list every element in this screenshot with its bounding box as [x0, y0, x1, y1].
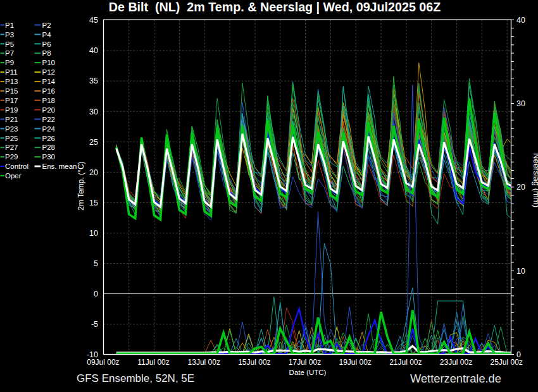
svg-text:P17: P17	[5, 97, 18, 104]
svg-text:P13: P13	[5, 78, 18, 85]
svg-text:30: 30	[89, 107, 98, 116]
svg-text:De Bilt (NL) 2m Temp. & Neer: De Bilt (NL) 2m Temp. & Neerslag | Wed, …	[109, 0, 441, 14]
svg-text:15Jul 00z: 15Jul 00z	[238, 358, 270, 367]
svg-text:17Jul 00z: 17Jul 00z	[289, 358, 321, 367]
svg-text:40: 40	[516, 16, 525, 25]
svg-text:45: 45	[89, 16, 98, 25]
svg-text:40: 40	[89, 46, 98, 55]
svg-text:25: 25	[89, 138, 98, 147]
svg-text:P3: P3	[5, 31, 14, 39]
svg-text:P19: P19	[5, 106, 18, 114]
svg-text:P30: P30	[42, 153, 55, 161]
svg-text:P1: P1	[5, 21, 14, 29]
svg-text:11Jul 00z: 11Jul 00z	[137, 358, 169, 367]
svg-text:P26: P26	[42, 135, 55, 142]
svg-text:P18: P18	[42, 97, 55, 104]
svg-text:P28: P28	[42, 144, 55, 151]
svg-text:20: 20	[516, 183, 525, 192]
svg-text:13Jul 00z: 13Jul 00z	[188, 358, 220, 367]
svg-text:10: 10	[89, 229, 98, 238]
svg-text:P12: P12	[42, 68, 55, 76]
svg-text:P6: P6	[42, 40, 51, 48]
svg-text:P8: P8	[42, 49, 51, 57]
svg-text:P16: P16	[42, 87, 55, 95]
svg-text:P9: P9	[5, 59, 14, 66]
svg-text:20: 20	[89, 168, 98, 177]
svg-text:P22: P22	[42, 116, 55, 123]
svg-text:P20: P20	[42, 106, 55, 114]
svg-text:P21: P21	[5, 116, 18, 123]
svg-text:30: 30	[516, 99, 525, 108]
svg-text:P2: P2	[42, 21, 51, 29]
svg-text:P24: P24	[42, 125, 56, 133]
svg-text:21Jul 00z: 21Jul 00z	[389, 358, 422, 367]
svg-text:P4: P4	[42, 31, 52, 39]
svg-text:GFS Ensemble, 52N, 5E: GFS Ensemble, 52N, 5E	[77, 372, 194, 384]
svg-text:P7: P7	[5, 49, 14, 57]
svg-text:Neerslag (mm): Neerslag (mm)	[532, 153, 538, 207]
svg-text:35: 35	[89, 77, 98, 85]
svg-text:Ens. mean: Ens. mean	[42, 162, 77, 170]
svg-text:2m Temp. (°C): 2m Temp. (°C)	[77, 161, 85, 210]
svg-text:23Jul 00z: 23Jul 00z	[440, 358, 472, 367]
svg-text:09Jul 00z: 09Jul 00z	[87, 358, 119, 367]
svg-text:P5: P5	[5, 40, 14, 48]
svg-text:P27: P27	[5, 144, 18, 151]
svg-text:Date (UTC): Date (UTC)	[289, 369, 327, 376]
svg-text:-5: -5	[91, 320, 98, 329]
svg-text:25Jul 00z: 25Jul 00z	[490, 358, 522, 367]
svg-text:P23: P23	[5, 125, 18, 133]
svg-text:10: 10	[516, 267, 525, 276]
svg-text:P14: P14	[42, 78, 56, 85]
svg-text:P10: P10	[42, 59, 55, 66]
svg-text:P11: P11	[5, 68, 18, 76]
svg-text:Wetterzentrale.de: Wetterzentrale.de	[410, 372, 501, 385]
svg-text:Oper: Oper	[5, 172, 22, 180]
svg-text:5: 5	[94, 259, 98, 268]
svg-text:P25: P25	[5, 135, 18, 142]
svg-text:P15: P15	[5, 87, 18, 95]
svg-text:P29: P29	[5, 153, 18, 161]
svg-text:15: 15	[89, 199, 98, 207]
svg-text:0: 0	[94, 290, 98, 298]
svg-text:Control: Control	[5, 162, 28, 170]
svg-text:19Jul 00z: 19Jul 00z	[339, 358, 372, 367]
